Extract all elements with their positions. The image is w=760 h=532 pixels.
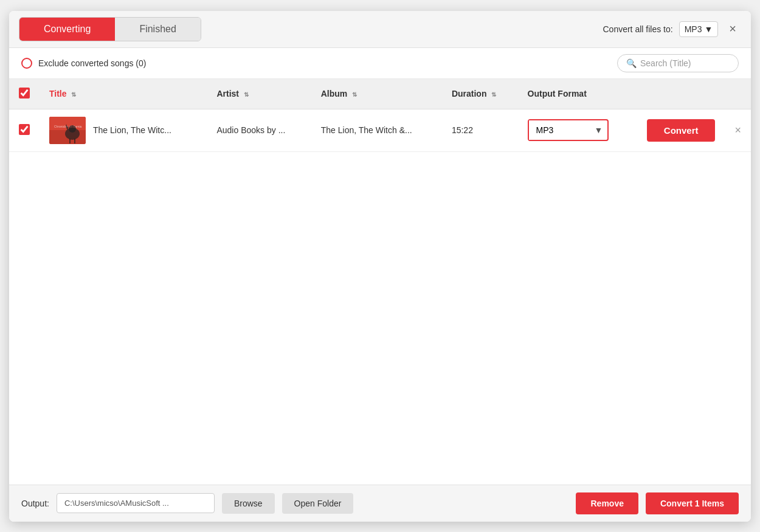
top-bar: Converting Finished Convert all files to… <box>9 11 751 48</box>
artist-sort-icon[interactable]: ⇅ <box>244 91 249 98</box>
table-header-row: Title ⇅ Artist ⇅ Album ⇅ Duration ⇅ <box>9 79 751 109</box>
col-checkbox <box>9 79 40 109</box>
col-album: Album ⇅ <box>311 79 442 109</box>
search-icon: 🔍 <box>626 58 637 68</box>
row-checkbox-cell <box>9 109 40 151</box>
thumbnail-art: Chronicles of Narnia <box>49 117 86 144</box>
tracks-table: Title ⇅ Artist ⇅ Album ⇅ Duration ⇅ <box>9 79 751 152</box>
global-format-arrow-icon: ▼ <box>704 24 713 34</box>
search-box[interactable]: 🔍 Search (Title) <box>617 54 739 72</box>
row-album: The Lion, The Witch &... <box>311 109 442 151</box>
exclude-label: Exclude converted songs (0) <box>38 58 146 68</box>
convert-items-button[interactable]: Convert 1 Items <box>646 492 739 514</box>
global-format-selector[interactable]: MP3 ▼ <box>679 21 719 37</box>
open-folder-button[interactable]: Open Folder <box>282 493 354 514</box>
col-artist: Artist ⇅ <box>207 79 311 109</box>
col-artist-label: Artist <box>216 89 239 98</box>
select-all-checkbox[interactable] <box>19 88 30 98</box>
col-title-label: Title <box>49 89 67 98</box>
col-remove <box>725 79 751 109</box>
bottom-bar: Output: Browse Open Folder Remove Conver… <box>9 485 751 522</box>
row-checkbox[interactable] <box>19 124 30 135</box>
row-convert-cell: Convert <box>637 109 725 151</box>
global-format-value: MP3 <box>685 24 702 34</box>
output-path-input[interactable] <box>57 493 215 513</box>
row-title: The Lion, The Witc... <box>93 125 171 135</box>
svg-point-4 <box>69 125 76 133</box>
col-output-format: Output Format <box>518 79 637 109</box>
row-remove-cell: × <box>725 109 751 151</box>
col-actions <box>637 79 725 109</box>
row-artist: Audio Books by ... <box>207 109 311 151</box>
col-album-label: Album <box>321 89 348 98</box>
row-format-select[interactable]: MP3 AAC FLAC WAV OGG M4A <box>529 120 590 140</box>
search-placeholder: Search (Title) <box>640 58 691 68</box>
table-body: Chronicles of Narnia The Lion, The Witc.… <box>9 109 751 151</box>
close-button[interactable]: × <box>724 19 741 38</box>
remove-button[interactable]: Remove <box>576 492 638 514</box>
row-format-dropdown-wrapper: MP3 AAC FLAC WAV OGG M4A ▼ <box>528 119 609 141</box>
exclude-group: Exclude converted songs (0) <box>21 58 146 69</box>
convert-all-group: Convert all files to: MP3 ▼ × <box>603 19 741 38</box>
convert-all-label: Convert all files to: <box>603 24 672 34</box>
app-window: Converting Finished Convert all files to… <box>9 11 751 522</box>
duration-sort-icon[interactable]: ⇅ <box>491 91 496 98</box>
title-sort-icon[interactable]: ⇅ <box>71 91 76 98</box>
col-duration: Duration ⇅ <box>442 79 518 109</box>
row-convert-button[interactable]: Convert <box>647 119 716 142</box>
row-remove-button[interactable]: × <box>734 124 741 137</box>
col-title: Title ⇅ <box>40 79 207 109</box>
tab-group: Converting Finished <box>19 17 201 41</box>
table-row: Chronicles of Narnia The Lion, The Witc.… <box>9 109 751 151</box>
filter-bar: Exclude converted songs (0) 🔍 Search (Ti… <box>9 48 751 79</box>
album-sort-icon[interactable]: ⇅ <box>352 91 357 98</box>
tab-converting[interactable]: Converting <box>19 18 115 41</box>
format-dropdown-arrow-icon: ▼ <box>590 125 608 135</box>
row-duration: 15:22 <box>442 109 518 151</box>
exclude-circle-icon[interactable] <box>21 58 32 69</box>
col-output-format-label: Output Format <box>528 89 587 98</box>
row-title-cell: Chronicles of Narnia The Lion, The Witc.… <box>40 109 207 151</box>
tab-finished[interactable]: Finished <box>115 18 200 41</box>
browse-button[interactable]: Browse <box>222 493 275 514</box>
output-label: Output: <box>21 499 49 508</box>
col-duration-label: Duration <box>452 89 487 98</box>
track-thumbnail: Chronicles of Narnia <box>49 117 86 144</box>
row-format-cell: MP3 AAC FLAC WAV OGG M4A ▼ <box>518 109 637 151</box>
table-container: Title ⇅ Artist ⇅ Album ⇅ Duration ⇅ <box>9 79 751 485</box>
